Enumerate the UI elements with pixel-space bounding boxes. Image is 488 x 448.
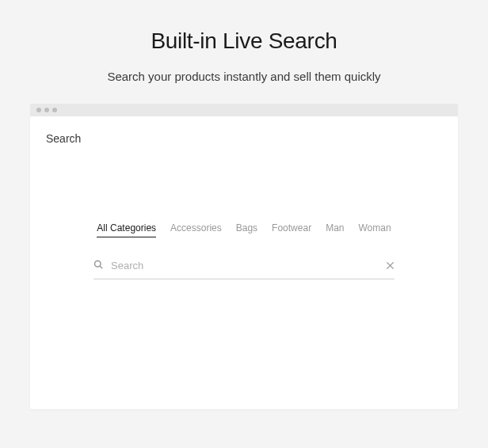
search-icon xyxy=(93,258,103,272)
window-titlebar xyxy=(30,104,458,116)
window-body: Search All Categories Accessories Bags F… xyxy=(30,116,458,409)
tab-woman[interactable]: Woman xyxy=(358,222,391,237)
section-title: Built-in Live Search xyxy=(151,28,337,54)
tab-bags[interactable]: Bags xyxy=(236,222,257,237)
svg-point-0 xyxy=(95,261,101,268)
close-icon[interactable] xyxy=(386,261,395,270)
tab-all-categories[interactable]: All Categories xyxy=(97,222,156,237)
tab-man[interactable]: Man xyxy=(326,222,344,237)
svg-line-1 xyxy=(100,266,102,268)
window-dot-icon xyxy=(52,108,57,112)
tab-footwear[interactable]: Footwear xyxy=(272,222,311,237)
search-field xyxy=(93,258,395,279)
section-subtitle: Search your products instantly and sell … xyxy=(107,70,380,83)
category-tabs: All Categories Accessories Bags Footwear… xyxy=(46,222,442,237)
page-title: Search xyxy=(46,132,442,145)
tab-accessories[interactable]: Accessories xyxy=(170,222,222,237)
window-dot-icon xyxy=(44,108,49,112)
window-dot-icon xyxy=(36,108,41,112)
browser-window: Search All Categories Accessories Bags F… xyxy=(30,104,458,409)
search-input[interactable] xyxy=(111,260,378,271)
